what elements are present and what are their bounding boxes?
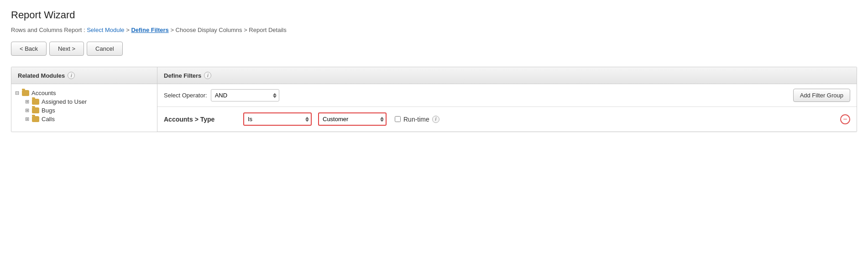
- operator-select-wrapper: AND OR: [211, 89, 279, 101]
- tree-item-assigned-to-user[interactable]: ⊞ Assigned to User: [25, 97, 153, 106]
- breadcrumb: Rows and Columns Report : Select Module …: [11, 27, 857, 33]
- runtime-area: Run-time i: [395, 116, 439, 123]
- define-filters-info-icon[interactable]: i: [204, 72, 211, 79]
- page-title: Report Wizard: [11, 9, 857, 21]
- accounts-toggle[interactable]: ⊟: [15, 90, 21, 96]
- calls-label: Calls: [42, 116, 55, 123]
- filter-field-label: Accounts > Type: [164, 116, 237, 123]
- breadcrumb-prefix: Rows and Columns Report :: [11, 27, 87, 33]
- define-filters-label: Define Filters: [164, 72, 201, 79]
- toolbar: < Back Next > Cancel: [11, 42, 857, 56]
- remove-icon: −: [843, 116, 847, 123]
- back-button[interactable]: < Back: [11, 42, 47, 56]
- value-select[interactable]: Customer Analyst Competitor Partner Pres…: [318, 112, 387, 126]
- condition-select[interactable]: Is Is Not Greater Than Less Than Contain…: [243, 112, 312, 126]
- remove-filter-button[interactable]: −: [840, 114, 850, 124]
- runtime-info-icon[interactable]: i: [432, 116, 439, 123]
- value-select-wrapper: Customer Analyst Competitor Partner Pres…: [318, 112, 387, 126]
- assigned-folder-icon: [32, 99, 39, 105]
- bugs-label: Bugs: [42, 107, 55, 114]
- assigned-toggle[interactable]: ⊞: [25, 99, 31, 105]
- operator-left: Select Operator: AND OR: [164, 89, 279, 101]
- add-filter-group-button[interactable]: Add Filter Group: [793, 89, 850, 102]
- next-button[interactable]: Next >: [49, 42, 84, 56]
- operator-add-row: Select Operator: AND OR Add Filter Group: [157, 84, 857, 107]
- accounts-label: Accounts: [31, 90, 56, 96]
- condition-select-wrapper: Is Is Not Greater Than Less Than Contain…: [243, 112, 312, 126]
- right-panel: Define Filters i Select Operator: AND OR: [157, 67, 857, 132]
- operator-select[interactable]: AND OR: [211, 89, 279, 101]
- tree-item-calls[interactable]: ⊞ Calls: [25, 115, 153, 123]
- runtime-checkbox[interactable]: [395, 116, 401, 122]
- tree-item-bugs[interactable]: ⊞ Bugs: [25, 106, 153, 115]
- related-modules-label: Related Modules: [18, 72, 65, 79]
- assigned-label: Assigned to User: [42, 98, 87, 105]
- right-panel-header: Define Filters i: [157, 67, 857, 84]
- bugs-toggle[interactable]: ⊞: [25, 107, 31, 113]
- cancel-button[interactable]: Cancel: [87, 42, 122, 56]
- calls-folder-icon: [32, 116, 39, 122]
- runtime-label: Run-time: [403, 116, 429, 123]
- related-modules-info-icon[interactable]: i: [68, 72, 75, 79]
- operator-label: Select Operator:: [164, 92, 207, 99]
- left-panel-header: Related Modules i: [11, 67, 157, 84]
- right-panel-content: Select Operator: AND OR Add Filter Group: [157, 84, 857, 132]
- breadcrumb-select-module[interactable]: Select Module: [87, 27, 124, 33]
- tree-area: ⊟ Accounts ⊞ Assigned to User ⊞ Bugs ⊞: [11, 84, 157, 128]
- breadcrumb-rest: > Choose Display Columns > Report Detail…: [169, 27, 287, 33]
- bugs-folder-icon: [32, 107, 39, 113]
- accounts-folder-icon: [22, 90, 29, 96]
- filter-row: Accounts > Type Is Is Not Greater Than L…: [157, 107, 857, 132]
- remove-area: −: [446, 114, 850, 124]
- calls-toggle[interactable]: ⊞: [25, 116, 31, 122]
- left-panel: Related Modules i ⊟ Accounts ⊞ Assigned …: [11, 67, 157, 132]
- accounts-children: ⊞ Assigned to User ⊞ Bugs ⊞ Calls: [25, 97, 153, 123]
- main-panel: Related Modules i ⊟ Accounts ⊞ Assigned …: [11, 67, 857, 132]
- breadcrumb-define-filters[interactable]: Define Filters: [131, 27, 168, 33]
- tree-item-accounts[interactable]: ⊟ Accounts: [15, 89, 153, 97]
